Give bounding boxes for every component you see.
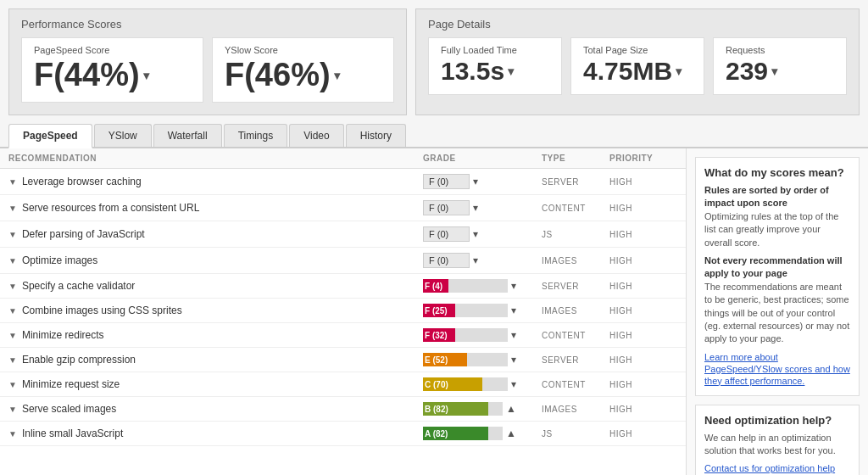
requests-label: Requests bbox=[726, 45, 834, 55]
priority-cell: HIGH bbox=[609, 405, 677, 414]
table-row: ▼ Serve resources from a consistent URL … bbox=[0, 195, 686, 221]
tabs-section: PageSpeed YSlow Waterfall Timings Video … bbox=[0, 115, 868, 148]
grade-cell: A (82) ▲ bbox=[423, 427, 542, 440]
page-size-card: Total Page Size 4.75MB ▾ bbox=[570, 37, 704, 95]
tab-yslow[interactable]: YSlow bbox=[94, 124, 152, 147]
col-grade: GRADE bbox=[423, 154, 542, 163]
type-cell: JS bbox=[542, 230, 609, 239]
yslow-label: YSlow Score bbox=[225, 45, 381, 55]
priority-cell: HIGH bbox=[609, 380, 677, 389]
expand-arrow[interactable]: ▼ bbox=[8, 282, 17, 291]
help-text: We can help in an optimization solution … bbox=[704, 432, 850, 458]
expand-arrow[interactable]: ▼ bbox=[8, 429, 17, 439]
priority-cell: HIGH bbox=[609, 306, 677, 316]
table-row: ▼ Combine images using CSS sprites F (25… bbox=[0, 299, 686, 323]
priority-cell: HIGH bbox=[609, 282, 677, 291]
grade-dropdown[interactable]: ▾ bbox=[473, 228, 478, 240]
grade-dropdown[interactable]: ▾ bbox=[511, 280, 516, 292]
tab-history[interactable]: History bbox=[346, 124, 406, 147]
type-cell: IMAGES bbox=[542, 405, 609, 414]
type-cell: SERVER bbox=[542, 177, 609, 187]
recommendations-table: RECOMMENDATION GRADE TYPE PRIORITY ▼ Lev… bbox=[0, 148, 686, 475]
type-cell: IMAGES bbox=[542, 306, 609, 316]
sidebar: What do my scores mean? Rules are sorted… bbox=[686, 148, 868, 475]
help-link[interactable]: Contact us for optimization help and we'… bbox=[704, 463, 835, 475]
scores-link[interactable]: Learn more about PageSpeed/YSlow scores … bbox=[704, 352, 850, 386]
priority-cell: HIGH bbox=[609, 355, 677, 365]
rec-name: ▼ Specify a cache validator bbox=[8, 280, 423, 292]
grade-cell: C (70) ▾ bbox=[423, 377, 542, 391]
yslow-dropdown-arrow[interactable]: ▾ bbox=[334, 69, 340, 82]
table-row: ▼ Enable gzip compression E (52) ▾ SERVE… bbox=[0, 348, 686, 372]
pagespeed-dropdown-arrow[interactable]: ▾ bbox=[143, 69, 149, 82]
expand-arrow[interactable]: ▼ bbox=[8, 306, 17, 316]
pagespeed-score-card: PageSpeed Score F(44%) ▾ bbox=[21, 37, 203, 103]
rec-name: ▼ Inline small JavaScript bbox=[8, 428, 423, 439]
table-row: ▼ Leverage browser caching F (0) ▾ SERVE… bbox=[0, 169, 686, 195]
type-cell: IMAGES bbox=[542, 256, 609, 265]
expand-arrow[interactable]: ▼ bbox=[8, 380, 17, 389]
col-priority: PRIORITY bbox=[609, 154, 677, 163]
expand-arrow[interactable]: ▼ bbox=[8, 405, 17, 414]
grade-dropdown[interactable]: ▾ bbox=[473, 176, 478, 187]
page-size-value: 4.75MB ▾ bbox=[583, 57, 692, 86]
grade-dropdown[interactable]: ▾ bbox=[473, 202, 478, 214]
help-title: Need optimization help? bbox=[704, 414, 850, 427]
grade-dropdown[interactable]: ▲ bbox=[506, 403, 516, 415]
grade-dropdown[interactable]: ▾ bbox=[511, 305, 516, 316]
requests-arrow[interactable]: ▾ bbox=[771, 64, 777, 78]
pagespeed-label: PageSpeed Score bbox=[34, 45, 191, 55]
priority-cell: HIGH bbox=[609, 429, 677, 439]
tab-timings[interactable]: Timings bbox=[224, 124, 288, 147]
priority-cell: HIGH bbox=[609, 230, 677, 239]
rec-name: ▼ Defer parsing of JavaScript bbox=[8, 228, 423, 240]
grade-cell: F (0) ▾ bbox=[423, 174, 542, 189]
requests-value: 239 ▾ bbox=[726, 57, 834, 86]
expand-arrow[interactable]: ▼ bbox=[8, 331, 17, 340]
fully-loaded-arrow[interactable]: ▾ bbox=[508, 64, 514, 78]
rec-name: ▼ Serve resources from a consistent URL bbox=[8, 202, 423, 214]
grade-cell: F (0) ▾ bbox=[423, 226, 542, 242]
table-row: ▼ Defer parsing of JavaScript F (0) ▾ JS… bbox=[0, 221, 686, 248]
grade-dropdown[interactable]: ▾ bbox=[473, 254, 478, 266]
rule-label: Rules are sorted by order of impact upon… bbox=[704, 185, 829, 208]
rec-name: ▼ Minimize request size bbox=[8, 378, 423, 390]
main-content: RECOMMENDATION GRADE TYPE PRIORITY ▼ Lev… bbox=[0, 148, 868, 475]
grade-dropdown[interactable]: ▾ bbox=[511, 329, 516, 341]
perf-scores-title: Performance Scores bbox=[21, 18, 394, 31]
expand-arrow[interactable]: ▼ bbox=[8, 230, 17, 239]
expand-arrow[interactable]: ▼ bbox=[8, 355, 17, 365]
tabs: PageSpeed YSlow Waterfall Timings Video … bbox=[8, 124, 860, 147]
rec-name: ▼ Leverage browser caching bbox=[8, 176, 423, 187]
expand-arrow[interactable]: ▼ bbox=[8, 256, 17, 265]
grade-cell: F (0) ▾ bbox=[423, 253, 542, 268]
grade-dropdown[interactable]: ▾ bbox=[511, 354, 516, 366]
grade-dropdown[interactable]: ▾ bbox=[511, 378, 516, 390]
rule-text: Optimizing rules at the top of the list … bbox=[704, 211, 838, 248]
rec-name: ▼ Enable gzip compression bbox=[8, 354, 423, 366]
tab-video[interactable]: Video bbox=[289, 124, 343, 147]
table-header: RECOMMENDATION GRADE TYPE PRIORITY bbox=[0, 148, 686, 169]
table-row: ▼ Optimize images F (0) ▾ IMAGES HIGH bbox=[0, 248, 686, 274]
expand-arrow[interactable]: ▼ bbox=[8, 177, 17, 187]
grade-cell: F (0) ▾ bbox=[423, 200, 542, 215]
yslow-score-card: YSlow Score F(46%) ▾ bbox=[212, 37, 394, 103]
pagespeed-value: F(44%) ▾ bbox=[34, 57, 191, 93]
rec-name: ▼ Optimize images bbox=[8, 254, 423, 266]
table-row: ▼ Minimize request size C (70) ▾ CONTENT… bbox=[0, 372, 686, 397]
tab-pagespeed[interactable]: PageSpeed bbox=[8, 124, 92, 148]
grade-cell: B (82) ▲ bbox=[423, 402, 542, 416]
page-details-title: Page Details bbox=[428, 18, 847, 31]
scores-meaning-title: What do my scores mean? bbox=[704, 166, 850, 179]
grade-dropdown[interactable]: ▲ bbox=[506, 428, 516, 439]
expand-arrow[interactable]: ▼ bbox=[8, 204, 17, 213]
col-recommendation: RECOMMENDATION bbox=[8, 154, 423, 163]
grade-cell: F (32) ▾ bbox=[423, 328, 542, 342]
page-size-arrow[interactable]: ▾ bbox=[676, 64, 682, 78]
grade-cell: F (25) ▾ bbox=[423, 304, 542, 317]
tab-waterfall[interactable]: Waterfall bbox=[153, 124, 222, 147]
type-cell: CONTENT bbox=[542, 380, 609, 389]
detail-cards: Fully Loaded Time 13.5s ▾ Total Page Siz… bbox=[428, 37, 847, 95]
page-size-label: Total Page Size bbox=[583, 45, 692, 55]
priority-cell: HIGH bbox=[609, 256, 677, 265]
